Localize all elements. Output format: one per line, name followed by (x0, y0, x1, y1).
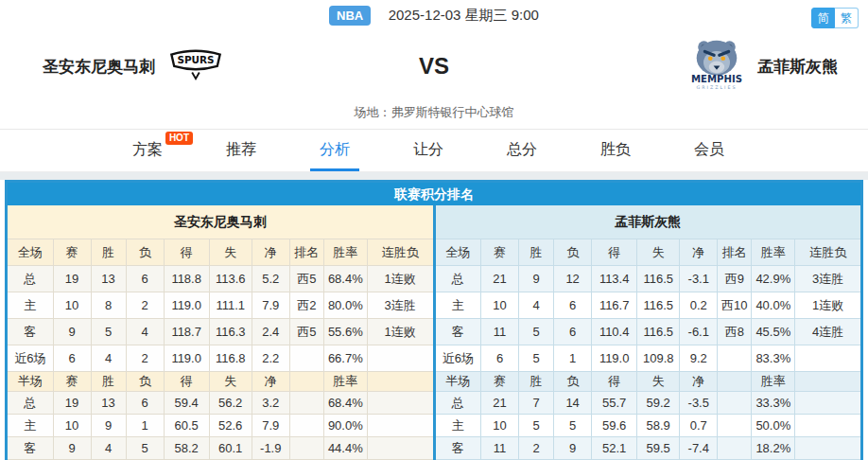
venue-label: 场地：弗罗斯特银行中心球馆 (0, 104, 868, 121)
away-team-name: 孟菲斯灰熊 (757, 56, 838, 78)
home-team-name: 圣安东尼奥马刺 (43, 56, 155, 78)
column-header: 胜率 (752, 239, 795, 266)
cell-points-for: 116.7 (592, 292, 637, 319)
cell-diff: 7.9 (252, 415, 289, 437)
column-header: 胜 (91, 372, 126, 392)
cell-diff: 2.2 (252, 345, 289, 372)
cell-streak: 1连败 (795, 292, 860, 319)
column-header: 得 (164, 372, 209, 392)
vs-label: VS (340, 53, 528, 80)
row-label: 总 (8, 392, 53, 415)
cell-rank: 西5 (289, 319, 323, 345)
tab-winloss[interactable]: 胜负 (591, 130, 640, 171)
table-header-row: 全场赛胜负得失净排名胜率连胜负 (436, 239, 861, 266)
cell-played: 10 (481, 415, 519, 437)
cell-points-for: 118.7 (164, 319, 209, 345)
cell-played: 6 (53, 345, 91, 372)
standings-tables: 全场赛胜负得失净排名胜率连胜负总19136118.8113.65.2西568.4… (8, 239, 860, 460)
cell-loss: 1 (554, 345, 592, 372)
divider-band (0, 172, 868, 180)
tab-member[interactable]: 会员 (685, 130, 734, 171)
cell-win: 4 (519, 292, 554, 319)
cell-win-rate: 80.0% (323, 292, 367, 319)
cell-streak (367, 415, 432, 437)
cell-points-for: 55.7 (592, 392, 637, 415)
tab-label: 胜负 (600, 141, 631, 157)
tab-plan[interactable]: 方案HOT (123, 130, 172, 171)
cell-win-rate: 50.0% (752, 415, 795, 437)
table-header-row: 半场赛胜负得失净胜率 (8, 372, 433, 392)
cell-win: 2 (519, 437, 554, 460)
grizzlies-logo-icon: MEMPHIS GRIZZLIES (689, 37, 744, 96)
cell-points-against: 109.8 (637, 345, 680, 372)
cell-points-for: 59.4 (164, 392, 209, 415)
row-label: 主 (436, 292, 481, 319)
cell-rank (718, 392, 752, 415)
cell-win: 9 (91, 415, 126, 437)
tab-recommend[interactable]: 推荐 (217, 130, 266, 171)
cell-points-for: 60.5 (164, 415, 209, 437)
row-label: 主 (8, 292, 53, 319)
tab-total[interactable]: 总分 (497, 130, 547, 171)
column-header: 失 (209, 239, 252, 266)
cell-diff: 3.2 (252, 392, 289, 415)
cell-points-for: 58.2 (164, 437, 209, 460)
table-row: 客1156110.4116.5-6.1西845.5%4连胜 (436, 319, 861, 345)
cell-loss: 6 (554, 292, 592, 319)
row-label: 客 (8, 319, 53, 345)
cell-rank: 西5 (289, 266, 323, 292)
column-header: 排名 (289, 239, 323, 266)
spurs-logo-icon: SPURS (168, 46, 223, 86)
cell-win: 5 (519, 319, 554, 345)
cell-loss: 12 (554, 266, 592, 292)
cell-diff: -3.1 (680, 266, 718, 292)
column-header: 得 (164, 239, 209, 266)
standings-panel: 联赛积分排名 圣安东尼奥马刺 孟菲斯灰熊 全场赛胜负得失净排名胜率连胜负总191… (5, 180, 863, 460)
cell-points-against: 60.1 (209, 437, 252, 460)
row-label: 客 (8, 437, 53, 460)
cell-win: 4 (91, 345, 126, 372)
cell-win-rate: 33.3% (752, 392, 795, 415)
row-label: 总 (8, 266, 53, 292)
cell-streak (367, 345, 432, 372)
away-team: MEMPHIS GRIZZLIES 孟菲斯灰熊 (528, 37, 868, 96)
svg-text:SPURS: SPURS (177, 54, 214, 65)
tab-handicap[interactable]: 让分 (404, 130, 453, 171)
cell-streak (795, 415, 860, 437)
column-header: 失 (637, 372, 680, 392)
column-header: 赛 (481, 372, 519, 392)
standings-title: 联赛积分排名 (8, 183, 860, 205)
row-label: 主 (8, 415, 53, 437)
cell-points-against: 116.5 (637, 292, 680, 319)
cell-loss: 2 (126, 345, 164, 372)
row-label: 客 (436, 437, 481, 460)
cell-points-against: 59.5 (637, 437, 680, 460)
cell-win-rate: 42.9% (752, 266, 795, 292)
lang-traditional-button[interactable]: 繁 (835, 8, 859, 28)
tab-label: 推荐 (226, 141, 256, 157)
cell-loss: 6 (126, 266, 164, 292)
grizzlies-logo-text2: GRIZZLIES (697, 85, 738, 90)
column-header (718, 372, 752, 392)
lang-simplified-button[interactable]: 简 (811, 8, 835, 28)
cell-diff: 9.2 (680, 345, 718, 372)
cell-played: 21 (481, 392, 519, 415)
tab-analysis[interactable]: 分析 (310, 130, 359, 171)
column-header: 净 (680, 372, 718, 392)
cell-diff: 5.2 (252, 266, 289, 292)
cell-points-for: 52.1 (592, 437, 637, 460)
row-label: 近6场 (8, 345, 53, 372)
cell-diff: 0.7 (680, 415, 718, 437)
cell-win: 8 (91, 292, 126, 319)
cell-points-for: 119.0 (164, 345, 209, 372)
cell-streak (367, 437, 432, 460)
cell-played: 10 (53, 292, 91, 319)
cell-streak: 3连胜 (367, 292, 432, 319)
cell-points-against: 56.2 (209, 392, 252, 415)
league-badge: NBA (329, 6, 371, 26)
row-label: 客 (436, 319, 481, 345)
cell-loss: 5 (126, 437, 164, 460)
cell-streak: 1连败 (367, 266, 432, 292)
hot-badge: HOT (165, 132, 193, 145)
top-bar: NBA 2025-12-03 星期三 9:00 简 繁 (0, 0, 868, 34)
